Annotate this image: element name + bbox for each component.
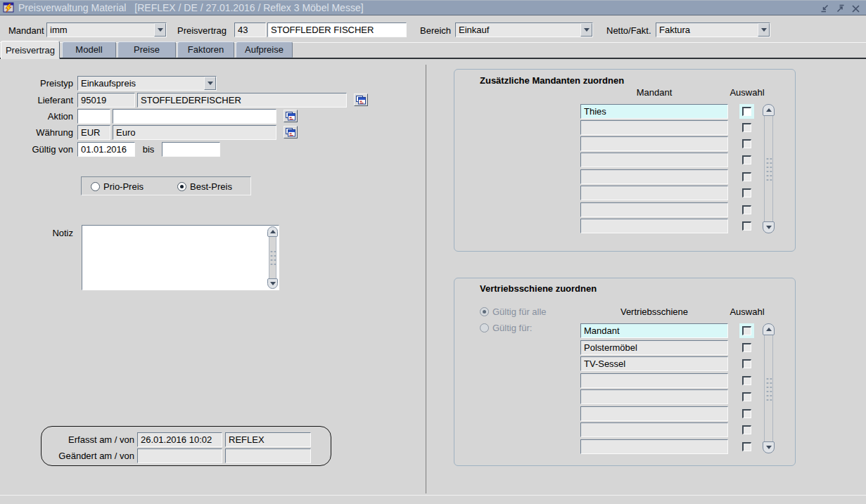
auswahl-checkbox[interactable] (742, 155, 751, 164)
netto-fakt-label: Netto/Fakt. (606, 25, 651, 36)
radio-selected-icon[interactable] (177, 182, 186, 191)
auswahl-checkbox[interactable] (742, 188, 751, 198)
scrollbar-track[interactable] (764, 116, 773, 221)
notiz-scrollbar[interactable] (267, 226, 278, 289)
best-preis-radio[interactable]: Best-Preis (177, 181, 232, 192)
vertrieb-row (580, 389, 754, 404)
auswahl-checkbox[interactable] (742, 442, 751, 451)
minimize-icon[interactable] (819, 3, 831, 14)
preistyp-select[interactable]: Einkaufspreis (77, 76, 217, 91)
scroll-down-icon[interactable] (267, 278, 278, 289)
erfasst-von-field[interactable] (225, 432, 311, 447)
mandant-select[interactable]: imm (46, 22, 167, 37)
auswahl-checkbox[interactable] (742, 221, 751, 231)
scroll-down-icon[interactable] (763, 441, 775, 453)
tab-preise[interactable]: Preise (117, 41, 176, 58)
vertriebsschiene-field[interactable] (580, 356, 728, 371)
preisvertrag-name-field[interactable] (267, 22, 407, 37)
auswahl-checkbox[interactable] (742, 172, 751, 181)
mandant-field[interactable] (580, 120, 728, 135)
vertriebsschiene-field[interactable] (580, 422, 728, 437)
mandant-field[interactable] (580, 169, 728, 184)
chevron-down-icon[interactable] (204, 77, 216, 90)
tab-faktoren[interactable]: Faktoren (177, 41, 234, 58)
netto-fakt-value: Faktura (656, 23, 758, 37)
mandant-field[interactable] (580, 219, 728, 233)
auswahl-checkbox[interactable] (742, 409, 751, 418)
mandant-field[interactable] (580, 153, 728, 167)
scrollbar-grip[interactable] (765, 157, 772, 181)
lieferant-nr-field[interactable] (77, 93, 135, 108)
scroll-up-icon[interactable] (267, 226, 278, 237)
restore-icon[interactable] (834, 3, 846, 14)
geaendert-von-field[interactable] (225, 448, 311, 463)
app-icon (3, 2, 14, 13)
vertriebsschiene-field[interactable] (580, 373, 728, 388)
close-icon[interactable] (850, 3, 862, 14)
erfasst-am-field[interactable] (137, 432, 222, 447)
tab-modell[interactable]: Modell (62, 41, 116, 58)
scrollbar-track[interactable] (269, 237, 276, 278)
tab-aufpreise[interactable]: Aufpreise (236, 41, 293, 58)
gueltig-von-field[interactable] (77, 142, 135, 157)
scroll-up-icon[interactable] (763, 104, 775, 116)
netto-fakt-select[interactable]: Faktura (656, 22, 770, 37)
mandanten-scrollbar[interactable] (763, 104, 775, 233)
auswahl-checkbox[interactable] (742, 205, 751, 214)
notiz-box (82, 225, 279, 290)
mandant-field[interactable] (580, 104, 728, 119)
vertrieb-scrollbar[interactable] (763, 323, 775, 453)
gueltig-fuer-radio[interactable]: Gültig für: (480, 323, 532, 333)
mandant-field[interactable] (580, 136, 728, 151)
radio-selected-icon[interactable] (480, 307, 489, 316)
waehrung-lov-button[interactable] (284, 126, 298, 138)
vertriebsschiene-field[interactable] (580, 439, 728, 454)
auswahl-checkbox[interactable] (742, 107, 751, 116)
waehrung-label: Währung (0, 127, 77, 138)
radio-icon[interactable] (91, 182, 100, 191)
chevron-down-icon[interactable] (758, 23, 770, 37)
auswahl-checkbox[interactable] (742, 425, 751, 434)
scrollbar-track[interactable] (764, 335, 773, 441)
waehrung-name-field[interactable] (113, 125, 276, 140)
geaendert-am-field[interactable] (137, 448, 222, 463)
scrollbar-grip[interactable] (269, 250, 276, 266)
aktion-name-field[interactable] (113, 109, 276, 124)
auswahl-checkbox[interactable] (742, 343, 751, 352)
vertriebsschiene-field[interactable] (580, 323, 728, 338)
bereich-select[interactable]: Einkauf (455, 22, 593, 37)
scroll-down-icon[interactable] (763, 221, 775, 233)
list-of-values-icon (286, 112, 295, 121)
auswahl-checkbox[interactable] (742, 326, 751, 335)
tab-strip: Preisvertrag Modell Preise Faktoren Aufp… (0, 42, 866, 59)
vertriebsschiene-field[interactable] (580, 389, 728, 404)
scrollbar-grip[interactable] (765, 377, 772, 401)
lieferant-name-field[interactable] (137, 93, 347, 108)
auswahl-checkbox[interactable] (742, 376, 751, 385)
mandant-row (580, 120, 754, 135)
lieferant-label: Lieferant (0, 95, 77, 105)
auswahl-checkbox[interactable] (742, 359, 751, 368)
mandant-row (580, 219, 754, 233)
lieferant-lov-button[interactable] (354, 93, 368, 106)
vertriebsschiene-field[interactable] (580, 406, 728, 421)
gueltig-fuer-alle-radio[interactable]: Gültig für alle (480, 306, 547, 317)
notiz-textarea[interactable] (83, 226, 267, 288)
chevron-down-icon[interactable] (154, 23, 166, 37)
waehrung-code-field[interactable] (77, 125, 110, 140)
chevron-down-icon[interactable] (580, 23, 592, 37)
auswahl-checkbox[interactable] (742, 123, 751, 132)
gueltig-bis-field[interactable] (162, 142, 220, 157)
prio-preis-radio[interactable]: Prio-Preis (91, 181, 144, 192)
mandant-field[interactable] (580, 202, 728, 217)
aktion-lov-button[interactable] (284, 110, 298, 122)
aktion-nr-field[interactable] (77, 109, 110, 124)
preisvertrag-nr-field[interactable] (234, 22, 266, 37)
tab-preisvertrag[interactable]: Preisvertrag (1, 41, 60, 59)
auswahl-checkbox[interactable] (742, 392, 751, 401)
radio-icon[interactable] (480, 323, 489, 332)
vertriebsschiene-field[interactable] (580, 340, 728, 355)
scroll-up-icon[interactable] (763, 323, 775, 335)
mandant-field[interactable] (580, 186, 728, 200)
auswahl-checkbox[interactable] (742, 139, 751, 148)
